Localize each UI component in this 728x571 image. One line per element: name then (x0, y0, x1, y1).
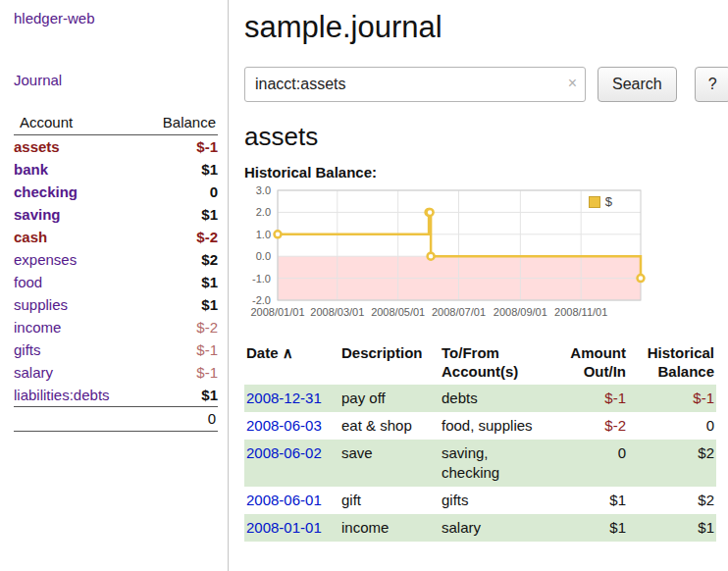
accounts-table: Account Balance assets$-1bank$1checking0… (14, 112, 218, 432)
sidebar: hledger-web Journal Account Balance asse… (0, 0, 229, 571)
historical-balance-chart: 3.02.01.00.0-1.0-2.02008/01/012008/03/01… (244, 184, 649, 328)
accounts-body: assets$-1bank$1checking0saving$1cash$-2e… (14, 135, 218, 407)
app-title-link[interactable]: hledger-web (14, 10, 218, 26)
account-row: salary$-1 (14, 361, 218, 384)
data-point (427, 209, 434, 216)
account-heading: assets (244, 122, 728, 152)
y-tick-label: -2.0 (252, 294, 271, 306)
register-header-description: Description (339, 341, 440, 385)
transaction-date-link[interactable]: 2008-06-03 (246, 417, 322, 434)
transaction-description: save (339, 440, 440, 487)
account-row: bank$1 (14, 158, 218, 181)
transaction-description: pay off (339, 385, 440, 412)
legend-swatch-icon (589, 196, 600, 208)
data-point (275, 231, 282, 237)
register-row: 2008-06-01giftgifts$1$2 (244, 487, 716, 514)
account-row: gifts$-1 (14, 338, 218, 361)
account-balance: $-2 (143, 226, 218, 248)
account-link[interactable]: bank (14, 161, 48, 178)
account-row: food$1 (14, 271, 218, 293)
account-balance: $-2 (143, 316, 218, 338)
register-header-balance: Historical Balance (628, 341, 716, 385)
account-link[interactable]: cash (14, 229, 47, 245)
transaction-balance: $2 (628, 487, 716, 514)
transaction-date-link[interactable]: 2008-06-02 (246, 444, 322, 461)
account-row: expenses$2 (14, 248, 218, 271)
x-tick-label: 2008/07/01 (432, 306, 486, 318)
account-link[interactable]: liabilities:debts (14, 387, 110, 403)
transaction-amount: $-2 (555, 412, 628, 440)
transaction-date-link[interactable]: 2008-01-01 (246, 519, 322, 536)
register-row: 2008-06-03eat & shopfood, supplies$-20 (244, 412, 716, 440)
transaction-amount: $1 (555, 514, 628, 542)
clear-search-icon[interactable]: × (568, 75, 577, 92)
account-balance: $1 (143, 293, 218, 316)
data-point (428, 253, 435, 260)
account-row: income$-2 (14, 316, 218, 338)
account-link[interactable]: checking (14, 183, 78, 200)
account-link[interactable]: supplies (14, 296, 68, 313)
register-body: 2008-12-31pay offdebts$-1$-12008-06-03ea… (244, 385, 716, 542)
transaction-balance: 0 (628, 412, 716, 440)
chart-section-label: Historical Balance: (244, 164, 728, 181)
search-input[interactable] (244, 67, 586, 102)
account-link[interactable]: food (14, 274, 42, 290)
page-title: sample.journal (244, 10, 728, 45)
transaction-date-link[interactable]: 2008-12-31 (246, 389, 322, 406)
accounts-total-row: 0 (14, 407, 218, 432)
account-link[interactable]: saving (14, 206, 61, 223)
x-tick-label: 2008/01/01 (250, 306, 304, 318)
x-tick-label: 2008/09/01 (494, 306, 547, 318)
account-balance: $-1 (143, 135, 218, 159)
accounts-total-value: 0 (143, 407, 218, 432)
account-link[interactable]: expenses (14, 251, 77, 268)
accounts-total-spacer (14, 407, 143, 432)
transaction-balance: $-1 (628, 385, 716, 412)
register-header-account: To/From Account(s) (440, 341, 555, 385)
search-button[interactable]: Search (598, 67, 677, 102)
search-input-wrap: × (244, 67, 586, 102)
transaction-accounts: saving, checking (440, 440, 555, 487)
account-balance: $1 (143, 384, 218, 407)
account-balance: $1 (143, 271, 218, 293)
data-point (638, 275, 645, 282)
journal-link[interactable]: Journal (14, 72, 218, 88)
transaction-accounts: salary (440, 514, 555, 542)
search-form: × Search ? (244, 67, 728, 102)
x-tick-label: 2008/05/01 (371, 306, 425, 318)
register-row: 2008-12-31pay offdebts$-1$-1 (244, 385, 716, 412)
y-tick-label: 0.0 (256, 250, 271, 262)
chart-legend: $ (586, 193, 615, 210)
app-window: hledger-web Journal Account Balance asse… (0, 0, 728, 571)
account-row: saving$1 (14, 203, 218, 226)
transaction-accounts: food, supplies (440, 412, 555, 440)
sort-asc-icon: ∧ (283, 344, 293, 361)
account-row: checking0 (14, 181, 218, 203)
accounts-header-balance: Balance (143, 112, 218, 135)
help-button[interactable]: ? (695, 67, 728, 102)
y-tick-label: 1.0 (256, 229, 271, 240)
account-link[interactable]: gifts (14, 341, 41, 358)
main-content: sample.journal × Search ? assets Histori… (229, 0, 728, 571)
account-row: assets$-1 (14, 135, 218, 159)
account-link[interactable]: assets (14, 138, 60, 155)
account-link[interactable]: income (14, 319, 61, 336)
register-header-amount: Amount Out/In (555, 341, 628, 385)
accounts-header-row: Account Balance (14, 112, 218, 135)
account-row: supplies$1 (14, 293, 218, 316)
transaction-description: income (339, 514, 440, 542)
y-tick-label: -1.0 (252, 273, 271, 285)
x-tick-label: 2008/11/01 (554, 306, 607, 318)
transaction-accounts: gifts (440, 487, 555, 514)
account-balance: $-1 (143, 361, 218, 384)
register-header-date[interactable]: Date ∧ (244, 341, 339, 385)
account-balance: 0 (143, 181, 218, 203)
transaction-description: gift (339, 487, 440, 514)
register-header-row: Date ∧ Description To/From Account(s) Am… (244, 341, 716, 385)
x-tick-label: 2008/03/01 (310, 306, 364, 318)
account-row: liabilities:debts$1 (14, 384, 218, 407)
account-balance: $1 (143, 203, 218, 226)
account-link[interactable]: salary (14, 364, 53, 381)
transaction-amount: 0 (555, 440, 628, 487)
transaction-date-link[interactable]: 2008-06-01 (246, 492, 322, 508)
